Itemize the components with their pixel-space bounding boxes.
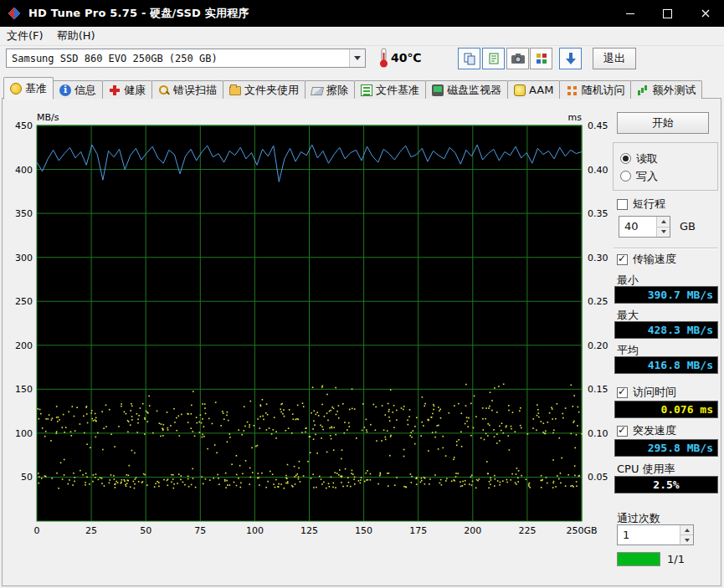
avg-value: 416.8 MB/s <box>614 356 718 374</box>
svg-text:225: 225 <box>518 525 536 536</box>
title-bar: HD Tune Pro 5.75 - 硬盘/SSD 实用程序 <box>0 0 724 27</box>
short-stroke-size-input[interactable]: 40 <box>619 216 670 238</box>
svg-text:100: 100 <box>246 525 264 536</box>
access-time-checkbox[interactable] <box>617 387 628 398</box>
svg-text:0: 0 <box>34 525 40 536</box>
copy-icon <box>463 52 476 65</box>
menu-bar: 文件(F) 帮助(H) <box>0 27 724 46</box>
copy-screenshot-button[interactable] <box>458 48 480 69</box>
short-stroke-option[interactable]: 短行程 <box>617 197 665 211</box>
max-value: 428.3 MB/s <box>614 321 718 339</box>
tab-label: 磁盘监视器 <box>447 83 501 98</box>
benchmark-icon <box>10 83 22 95</box>
copy-text-button[interactable] <box>482 48 505 69</box>
tab-erase[interactable]: 擦除 <box>305 80 355 99</box>
menu-file[interactable]: 文件(F) <box>0 27 50 45</box>
drive-select-value: Samsung SSD 860 EVO 250GB (250 GB) <box>7 53 349 64</box>
svg-text:150: 150 <box>355 525 372 536</box>
cpu-usage-value: 2.5% <box>614 476 718 493</box>
erase-icon <box>311 87 324 95</box>
minimize-button[interactable] <box>611 0 649 27</box>
read-radio[interactable] <box>620 153 631 164</box>
svg-text:0.15: 0.15 <box>588 384 608 395</box>
tab-benchmark[interactable]: 基准 <box>3 77 54 100</box>
progress-label: 1/1 <box>667 553 685 565</box>
tab-disk-monitor[interactable]: 磁盘监视器 <box>425 80 508 99</box>
disk-monitor-icon <box>432 84 444 96</box>
close-button[interactable] <box>686 0 724 27</box>
svg-text:0.35: 0.35 <box>588 208 608 219</box>
pass-count-value: 1 <box>618 525 680 545</box>
spin-up-icon[interactable] <box>680 525 693 535</box>
tab-folder-usage[interactable]: 文件夹使用 <box>223 80 306 99</box>
tab-error-scan[interactable]: 错误扫描 <box>151 80 223 99</box>
burst-rate-label: 突发速度 <box>633 423 676 438</box>
write-radio[interactable] <box>620 171 631 182</box>
copy-text-icon <box>487 52 501 65</box>
svg-text:175: 175 <box>409 525 427 536</box>
tab-label: 擦除 <box>326 83 348 98</box>
read-option[interactable]: 读取 <box>620 150 717 167</box>
access-time-value: 0.076 ms <box>614 401 718 418</box>
svg-text:300: 300 <box>15 253 33 263</box>
svg-text:250: 250 <box>15 296 33 307</box>
tab-label: 文件基准 <box>376 83 419 98</box>
window-controls <box>611 0 724 27</box>
tab-random-access[interactable]: 随机访问 <box>559 80 631 99</box>
temperature-icon <box>378 47 389 69</box>
transfer-rate-option[interactable]: 传输速度 <box>617 253 676 266</box>
short-stroke-size-spinner <box>656 217 670 237</box>
burst-rate-value: 295.8 MB/s <box>614 439 718 457</box>
tab-extra-tests[interactable]: 额外测试 <box>630 80 702 99</box>
start-button[interactable]: 开始 <box>617 112 709 134</box>
spin-down-icon[interactable] <box>657 228 670 238</box>
exit-button[interactable]: 退出 <box>593 48 636 69</box>
toolbar: Samsung SSD 860 EVO 250GB (250 GB) 40℃ <box>0 46 724 76</box>
tab-aam[interactable]: AAM <box>507 80 560 99</box>
svg-text:0.10: 0.10 <box>588 428 608 439</box>
burst-rate-option[interactable]: 突发速度 <box>617 424 676 437</box>
temperature-value: 40℃ <box>391 51 421 64</box>
maximize-icon <box>663 9 672 18</box>
svg-text:50: 50 <box>21 472 33 483</box>
tab-health[interactable]: 健康 <box>102 80 152 99</box>
tab-label: 随机访问 <box>581 83 624 98</box>
tab-file-benchmark[interactable]: 文件基准 <box>354 80 426 99</box>
menu-help[interactable]: 帮助(H) <box>50 27 102 45</box>
access-time-option[interactable]: 访问时间 <box>617 386 676 399</box>
benchmark-chart: 4504003503002502001501005002550751001251… <box>7 110 609 539</box>
pass-count-input[interactable]: 1 <box>617 524 694 545</box>
save-results-button[interactable] <box>559 48 582 69</box>
camera-icon <box>511 53 526 64</box>
pass-count-spinner <box>680 525 693 545</box>
svg-text:75: 75 <box>194 525 206 536</box>
tab-info[interactable]: 信息 <box>53 80 103 99</box>
spin-up-icon[interactable] <box>657 217 670 228</box>
svg-text:400: 400 <box>15 165 33 176</box>
short-stroke-checkbox[interactable] <box>617 199 628 210</box>
maximize-button[interactable] <box>649 0 686 27</box>
progress-bar <box>617 552 660 566</box>
access-time-label: 访问时间 <box>633 385 676 400</box>
transfer-rate-label: 传输速度 <box>633 252 676 267</box>
close-icon <box>701 8 711 18</box>
spin-down-icon[interactable] <box>680 535 693 545</box>
drive-select[interactable]: Samsung SSD 860 EVO 250GB (250 GB) <box>6 49 366 68</box>
options-button[interactable] <box>530 48 552 69</box>
svg-text:0.20: 0.20 <box>588 340 608 351</box>
screenshot-button[interactable] <box>506 48 529 69</box>
write-option[interactable]: 写入 <box>620 167 717 185</box>
short-stroke-label: 短行程 <box>633 197 665 212</box>
transfer-rate-checkbox[interactable] <box>617 254 628 265</box>
tab-label: 文件夹使用 <box>244 83 299 98</box>
tab-label: 错误扫描 <box>173 83 217 98</box>
svg-text:0.05: 0.05 <box>588 472 608 483</box>
tab-label: 健康 <box>124 83 146 98</box>
mode-group: 读取 写入 <box>613 142 718 191</box>
burst-rate-checkbox[interactable] <box>617 426 628 437</box>
svg-text:50: 50 <box>140 525 151 536</box>
svg-text:MB/s: MB/s <box>37 112 59 123</box>
info-icon <box>59 84 71 96</box>
svg-text:25: 25 <box>85 525 97 536</box>
tab-label: 额外测试 <box>652 83 696 98</box>
